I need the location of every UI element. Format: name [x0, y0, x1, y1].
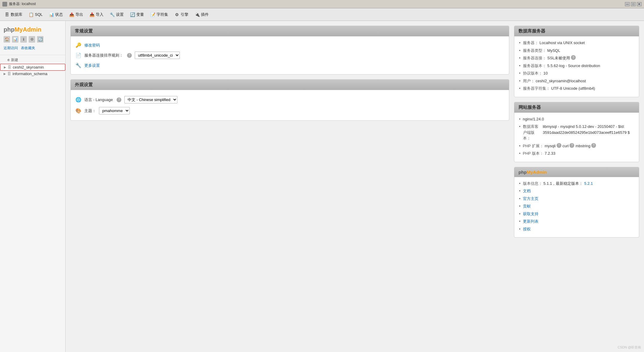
pma-license: • 授权: [519, 226, 634, 232]
pma-contrib: • 贡献: [519, 203, 634, 209]
sql-icon: 📋: [28, 12, 34, 17]
phpmyadmin-body: • 版本信息： 5.1.1，最新稳定版本： 5.2.1 • 文档 • 官方主页: [514, 177, 639, 238]
toolbar-plugins[interactable]: 🔌 插件: [192, 11, 211, 18]
docs-link[interactable]: 文档: [523, 188, 531, 194]
appearance-settings-header: 外观设置: [71, 80, 509, 90]
contrib-link[interactable]: 贡献: [523, 203, 531, 209]
license-link[interactable]: 授权: [523, 226, 531, 232]
web-server-body: • nginx/1.24.0 • 数据库客户端版本： libmysql - my…: [514, 113, 639, 162]
main-toolbar: 🗄 数据库 📋 SQL 📊 状态 📤 导出 📥 导入 🔧 设置 🔄 变量 📝 字…: [0, 8, 644, 21]
db-server-body: • 服务器： Localhost via UNIX socket • 服务器类型…: [514, 36, 639, 97]
sidebar-divider: [0, 55, 65, 55]
pma-header-php: php: [518, 170, 527, 175]
logo-myadmin: MyAdmin: [15, 26, 41, 33]
more-settings-icon: 🔧: [75, 63, 81, 68]
support-link[interactable]: 获取支持: [523, 211, 538, 217]
appearance-settings-card: 外观设置 🌐 语言 - Language ? 中文 - Chinese simp…: [70, 79, 509, 121]
theme-select[interactable]: pmahomme: [99, 107, 130, 114]
toolbar-export[interactable]: 📤 导出: [66, 11, 86, 18]
gear-icon-btn[interactable]: ⚙: [29, 36, 35, 43]
change-password-link[interactable]: 修改密码: [84, 43, 100, 48]
mysqli-info-badge[interactable]: ?: [557, 143, 561, 148]
db-icon-info-schema: 🗄: [7, 72, 11, 76]
collation-select[interactable]: utf8mb4_unicode_ci: [135, 52, 180, 59]
web-server-card: 网站服务器 • nginx/1.24.0 • 数据库客户端版本： libmysq…: [514, 102, 639, 162]
phpmyadmin-header: phpMyAdmin: [514, 167, 639, 177]
collation-label: 服务器连接排序规则：: [84, 53, 123, 58]
refresh-icon-btn[interactable]: 🔄: [37, 36, 44, 43]
general-settings-body: 🔑 修改密码 📄 服务器连接排序规则： ? utf8mb4_unicode_ci…: [71, 36, 509, 74]
toolbar-status[interactable]: 📊 状态: [46, 11, 65, 18]
sidebar-logo: phpMyAdmin: [0, 23, 65, 35]
web-server-db-client: • 数据库客户端版本： libmysql - mysqlnd 5.0.12-de…: [519, 124, 634, 141]
db-name-ceshi2: ceshi2_skyroamin: [13, 65, 44, 69]
language-info-badge[interactable]: ?: [117, 97, 121, 102]
toolbar-variables[interactable]: 🔄 变量: [127, 11, 146, 18]
window-title: 服务器: localhost: [9, 1, 36, 7]
watermark: CSDN @听音南: [618, 345, 641, 350]
more-settings-row: 🔧 更多设置: [75, 61, 504, 70]
pma-header-myadmin: MyAdmin: [527, 170, 547, 175]
toolbar-import[interactable]: 📥 导入: [87, 11, 106, 18]
toolbar-database[interactable]: 🗄 数据库: [2, 11, 25, 18]
toolbar-sql-label: SQL: [35, 12, 43, 17]
db-server-protocol: • 协议版本： 10: [519, 70, 634, 76]
web-server-nginx: • nginx/1.24.0: [519, 116, 634, 122]
language-icon: 🌐: [75, 97, 81, 103]
recent-link[interactable]: 近期访问: [4, 46, 18, 51]
db-server-type: • 服务器类型： MySQL: [519, 48, 634, 54]
toolbar-sql[interactable]: 📋 SQL: [26, 11, 45, 18]
latest-version-link[interactable]: 5.2.1: [584, 181, 593, 187]
expand-icon-ceshi2: ▶: [4, 66, 6, 69]
collation-info-badge[interactable]: ?: [127, 53, 132, 58]
appearance-settings-body: 🌐 语言 - Language ? 中文 - Chinese simplifie…: [71, 90, 509, 120]
import-icon: 📥: [89, 12, 95, 17]
new-db-icon: ⊕: [7, 58, 11, 62]
theme-label: 主题：: [84, 108, 96, 114]
ssl-info-badge[interactable]: ?: [571, 55, 576, 60]
theme-row: 🎨 主题： pmahomme: [75, 105, 504, 116]
home-icon-btn[interactable]: 🏠: [4, 36, 10, 43]
changelog-link[interactable]: 更新列表: [523, 218, 538, 224]
toolbar-database-label: 数据库: [11, 12, 22, 17]
web-server-header: 网站服务器: [514, 102, 639, 113]
db-icon-ceshi2: 🗄: [8, 65, 11, 69]
change-password-row: 🔑 修改密码: [75, 41, 504, 50]
sidebar-new-db[interactable]: ⊕ 新建: [0, 56, 65, 64]
language-select[interactable]: 中文 - Chinese simplified: [124, 96, 177, 103]
pma-changelog: • 更新列表: [519, 218, 634, 224]
web-server-php-ext: • PHP 扩展： mysqli ? curl ? mbstring ?: [519, 143, 634, 149]
charset-icon: 📝: [150, 12, 155, 17]
window-icon: [2, 2, 7, 7]
table-icon-btn[interactable]: 📊: [12, 36, 18, 43]
toolbar-engines[interactable]: ⚙ 引擎: [172, 11, 191, 18]
toolbar-engines-label: 引擎: [181, 12, 188, 17]
bookmarks-link[interactable]: 表收藏夹: [21, 46, 35, 51]
db-server-host: • 服务器： Localhost via UNIX socket: [519, 40, 634, 46]
toolbar-status-label: 状态: [55, 12, 63, 17]
toolbar-settings-label: 设置: [116, 12, 124, 17]
main-content: 常规设置 🔑 修改密码 📄 服务器连接排序规则： ? utf8mb4_unico…: [66, 21, 644, 352]
db-server-card: 数据库服务器 • 服务器： Localhost via UNIX socket …: [514, 26, 639, 97]
toolbar-charset-label: 字符集: [157, 12, 168, 17]
export-icon: 📤: [69, 12, 74, 17]
main-layout: phpMyAdmin 🏠 📊 ℹ ⚙ 🔄 近期访问 表收藏夹 ⊕ 新建 ▶ 🗄 …: [0, 21, 644, 352]
toolbar-plugins-label: 插件: [201, 12, 209, 17]
mbstring-info-badge[interactable]: ?: [591, 143, 596, 148]
content-left: 常规设置 🔑 修改密码 📄 服务器连接排序规则： ? utf8mb4_unico…: [70, 26, 509, 347]
homepage-link[interactable]: 官方主页: [523, 196, 538, 202]
sidebar: phpMyAdmin 🏠 📊 ℹ ⚙ 🔄 近期访问 表收藏夹 ⊕ 新建 ▶ 🗄 …: [0, 21, 66, 352]
info-icon-btn[interactable]: ℹ: [20, 36, 27, 43]
minimize-button[interactable]: —: [625, 2, 630, 6]
more-settings-link[interactable]: 更多设置: [84, 63, 100, 68]
sidebar-db-information-schema[interactable]: ▶ 🗄 information_schema: [0, 71, 65, 77]
db-server-user: • 用户： ceshi2_skyroamin@localhost: [519, 78, 634, 84]
sidebar-db-ceshi2[interactable]: ▶ 🗄 ceshi2_skyroamin: [0, 64, 65, 71]
curl-info-badge[interactable]: ?: [569, 143, 574, 148]
toolbar-charset[interactable]: 📝 字符集: [148, 11, 171, 18]
expand-icon-info-schema: ▶: [4, 72, 6, 75]
maximize-button[interactable]: □: [631, 2, 636, 6]
toolbar-settings[interactable]: 🔧 设置: [107, 11, 126, 18]
close-button[interactable]: ✕: [637, 2, 642, 6]
db-server-connection: • 服务器连接： SSL未被使用 ?: [519, 55, 634, 61]
